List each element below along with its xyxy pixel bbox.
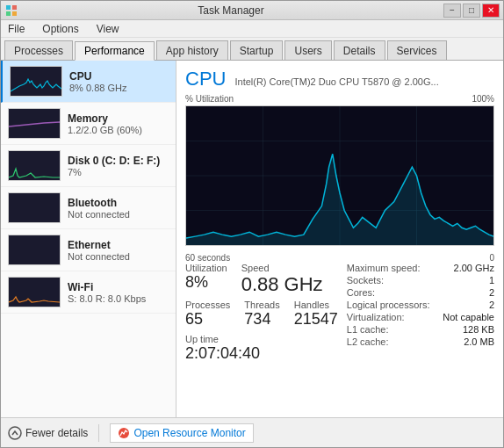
wifi-sidebar-detail: S: 8.0 R: 8.0 Kbps xyxy=(68,293,169,304)
chart-labels-top: % Utilization 100% xyxy=(185,94,494,104)
virt-label: Virtualization: xyxy=(347,312,405,322)
tab-app-history[interactable]: App history xyxy=(156,40,228,60)
window-controls: − □ ✕ xyxy=(443,4,500,18)
content-area: CPU 8% 0.88 GHz Memory 1.2/2.0 GB (60%) xyxy=(1,61,503,417)
tab-services[interactable]: Services xyxy=(387,40,447,60)
menu-options[interactable]: Options xyxy=(39,21,82,37)
tab-users[interactable]: Users xyxy=(284,40,331,60)
ethernet-sidebar-detail: Not connected xyxy=(68,251,169,262)
chart-labels-bottom: 60 seconds 0 xyxy=(185,253,494,263)
memory-sidebar-name: Memory xyxy=(68,112,169,125)
stats-left: Utilization 8% Speed 0.88 GHz Processes … xyxy=(185,263,338,363)
bluetooth-sidebar-info: Bluetooth Not connected xyxy=(68,197,169,220)
threads-value: 734 xyxy=(244,310,279,329)
speed-block: Speed 0.88 GHz xyxy=(241,263,323,296)
svg-rect-0 xyxy=(6,5,11,10)
chart-100-label: 100% xyxy=(472,94,494,104)
handles-label: Handles xyxy=(294,300,338,310)
ethernet-sidebar-name: Ethernet xyxy=(68,239,169,251)
right-stat-sockets: Sockets: 1 xyxy=(347,275,494,285)
cpu-sidebar-info: CPU 8% 0.88 GHz xyxy=(69,70,169,93)
cpu-sidebar-detail: 8% 0.88 GHz xyxy=(69,83,169,93)
bluetooth-thumbnail xyxy=(8,192,61,223)
right-stat-l2: L2 cache: 2.0 MB xyxy=(347,336,494,347)
logical-value: 2 xyxy=(489,300,494,310)
sidebar-item-disk[interactable]: Disk 0 (C: D: E: F:) 7% xyxy=(1,145,176,187)
right-stat-maxspeed: Maximum speed: 2.00 GHz xyxy=(347,263,494,273)
sockets-label: Sockets: xyxy=(347,275,384,285)
bluetooth-sidebar-detail: Not connected xyxy=(68,209,169,220)
threads-label: Threads xyxy=(244,300,279,310)
window-title: Task Manager xyxy=(18,4,443,17)
speed-label: Speed xyxy=(241,263,323,273)
memory-thumbnail xyxy=(8,108,61,139)
right-stat-virt: Virtualization: Not capable xyxy=(347,312,494,322)
disk-sidebar-detail: 7% xyxy=(68,167,169,177)
threads-block: Threads 734 xyxy=(244,300,279,329)
restore-button[interactable]: □ xyxy=(463,4,480,18)
cores-label: Cores: xyxy=(347,287,375,298)
menu-view[interactable]: View xyxy=(93,21,123,37)
tabs-bar: Processes Performance App history Startu… xyxy=(1,38,503,61)
cpu-header: CPU Intel(R) Core(TM)2 Duo CPU T5870 @ 2… xyxy=(185,68,494,90)
wifi-sidebar-name: Wi-Fi xyxy=(68,281,169,293)
handles-value: 21547 xyxy=(294,310,338,329)
right-stat-logical: Logical processors: 2 xyxy=(347,300,494,310)
memory-sidebar-detail: 1.2/2.0 GB (60%) xyxy=(68,125,169,135)
tab-startup[interactable]: Startup xyxy=(230,40,284,60)
sidebar-item-memory[interactable]: Memory 1.2/2.0 GB (60%) xyxy=(1,103,176,145)
cpu-main-title: CPU xyxy=(185,68,226,90)
fewer-details-button[interactable]: Fewer details xyxy=(8,426,88,440)
sidebar-item-cpu[interactable]: CPU 8% 0.88 GHz xyxy=(1,61,176,103)
disk-sidebar-info: Disk 0 (C: D: E: F:) 7% xyxy=(68,155,169,177)
menu-file[interactable]: File xyxy=(4,21,28,37)
open-resource-label: Open Resource Monitor xyxy=(133,427,245,439)
main-panel: CPU Intel(R) Core(TM)2 Duo CPU T5870 @ 2… xyxy=(176,61,503,417)
open-resource-monitor-button[interactable]: Open Resource Monitor xyxy=(110,423,253,443)
ethernet-sidebar-info: Ethernet Not connected xyxy=(68,239,169,262)
svg-rect-3 xyxy=(12,11,17,16)
footer-divider xyxy=(98,424,99,442)
wifi-thumbnail xyxy=(8,277,61,307)
svg-rect-1 xyxy=(12,5,17,10)
fewer-details-label: Fewer details xyxy=(25,427,88,439)
minimize-button[interactable]: − xyxy=(443,4,461,18)
utilization-block: Utilization 8% xyxy=(185,263,227,296)
util-speed-row: Utilization 8% Speed 0.88 GHz xyxy=(185,263,338,296)
uptime-value: 2:07:04:40 xyxy=(185,344,338,363)
svg-rect-4 xyxy=(11,67,61,96)
proc-thread-handle-row: Processes 65 Threads 734 Handles 21547 xyxy=(185,300,338,329)
title-bar: Task Manager − □ ✕ xyxy=(1,1,503,20)
cpu-thumbnail xyxy=(10,66,62,97)
processes-value: 65 xyxy=(185,310,230,329)
processes-label: Processes xyxy=(185,300,230,310)
utilization-value: 8% xyxy=(185,273,227,292)
bluetooth-sidebar-name: Bluetooth xyxy=(68,197,169,209)
handles-block: Handles 21547 xyxy=(294,300,338,329)
tab-processes[interactable]: Processes xyxy=(4,40,73,60)
memory-sidebar-info: Memory 1.2/2.0 GB (60%) xyxy=(68,112,169,135)
cores-value: 2 xyxy=(489,287,494,298)
close-button[interactable]: ✕ xyxy=(482,4,500,18)
cpu-sidebar-name: CPU xyxy=(69,70,169,83)
maxspeed-label: Maximum speed: xyxy=(347,263,421,273)
tab-performance[interactable]: Performance xyxy=(75,41,155,61)
sidebar-item-wifi[interactable]: Wi-Fi S: 8.0 R: 8.0 Kbps xyxy=(1,271,176,314)
svg-rect-2 xyxy=(6,11,11,16)
logical-label: Logical processors: xyxy=(347,300,430,310)
sidebar-item-ethernet[interactable]: Ethernet Not connected xyxy=(1,229,176,271)
l2-value: 2.0 MB xyxy=(464,336,494,347)
chart-x-right-label: 0 xyxy=(489,253,494,263)
resource-monitor-icon xyxy=(118,427,130,439)
cpu-main-subtitle: Intel(R) Core(TM)2 Duo CPU T5870 @ 2.00G… xyxy=(234,76,438,87)
tab-details[interactable]: Details xyxy=(334,40,385,60)
sidebar-item-bluetooth[interactable]: Bluetooth Not connected xyxy=(1,187,176,229)
maxspeed-value: 2.00 GHz xyxy=(454,263,494,273)
disk-sidebar-name: Disk 0 (C: D: E: F:) xyxy=(68,155,169,167)
right-stat-cores: Cores: 2 xyxy=(347,287,494,298)
chevron-up-icon xyxy=(8,426,22,440)
right-stat-l1: L1 cache: 128 KB xyxy=(347,324,494,335)
ethernet-thumbnail xyxy=(8,235,61,265)
speed-value: 0.88 GHz xyxy=(241,273,323,296)
app-icon xyxy=(4,4,18,18)
